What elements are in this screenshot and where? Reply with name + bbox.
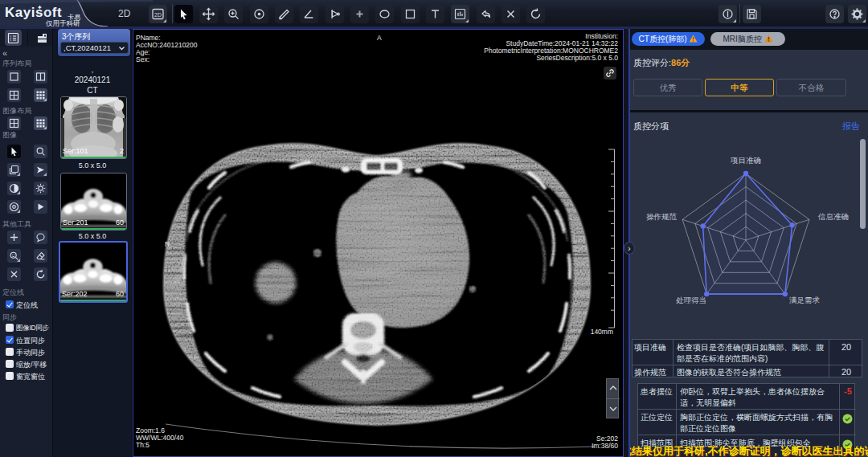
- svg-text:2D: 2D: [154, 12, 162, 18]
